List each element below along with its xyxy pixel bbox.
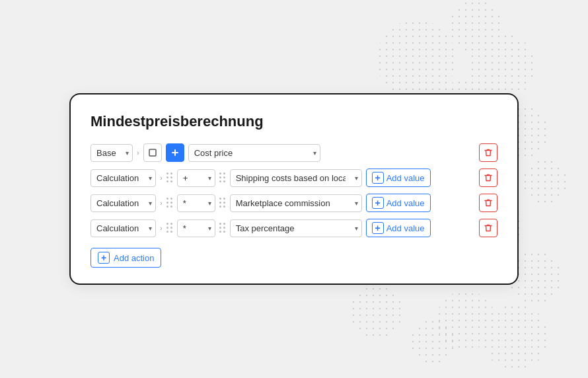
main-card: Mindestpreisberechnung Base ▾ › Cost pri… [69,93,519,285]
calc2-delete-button[interactable] [479,194,497,212]
base-icon-btn-square[interactable] [143,143,162,162]
calc3-type-select[interactable]: Calculation [91,219,156,237]
decorative-dots-4 [469,33,535,99]
base-type-wrapper: Base ▾ [91,144,133,162]
calc3-add-value-button[interactable]: + Add value [366,219,431,237]
calc2-drag-handle-2[interactable] [219,198,226,208]
calc-row-1: Calculation ▾ › + ▾ Shipping costs based… [91,169,497,187]
calc1-value-wrapper: Shipping costs based on location ▾ [230,169,362,187]
calc2-operator-select[interactable]: * [177,194,215,212]
calc2-operator-wrapper: * ▾ [177,194,215,212]
decorative-dots-10 [482,304,548,370]
calc1-add-value-label: Add value [386,173,425,183]
base-delete-button[interactable] [479,143,497,162]
calc3-type-wrapper: Calculation ▾ [91,219,156,237]
calc3-drag-handle[interactable] [166,223,173,233]
calc1-operator-select[interactable]: + [177,169,215,187]
calc2-add-value-plus-icon: + [372,197,384,209]
calc3-operator-wrapper: * ▾ [177,219,215,237]
svg-rect-0 [149,149,156,156]
calc1-type-wrapper: Calculation ▾ [91,169,156,187]
decorative-dots-6 [522,159,568,205]
base-value-wrapper: Cost price ▾ [188,144,320,162]
calc-row-3: Calculation ▾ › * ▾ Tax percentage ▾ [91,219,497,237]
calc3-value-select[interactable]: Tax percentage [230,219,362,237]
calc3-delete-button[interactable] [479,219,497,237]
calc3-chevron: › [160,224,163,232]
add-action-plus-icon: + [98,252,110,264]
page-title: Mindestpreisberechnung [91,113,497,130]
add-action-label: Add action [114,253,154,263]
calc1-operator-wrapper: + ▾ [177,169,215,187]
calc-row-2: Calculation ▾ › * ▾ Marketplace commissi… [91,194,497,212]
calc2-value-wrapper: Marketplace commission ▾ [230,194,362,212]
calc2-type-select[interactable]: Calculation [91,194,156,212]
calc1-delete-button[interactable] [479,169,497,187]
calc2-value-select[interactable]: Marketplace commission [230,194,362,212]
base-icon-btn-plus[interactable] [166,143,184,162]
calc2-chevron: › [160,199,163,207]
calc1-add-value-plus-icon: + [372,172,384,184]
base-row-chevron: › [137,149,139,157]
calc3-drag-handle-2[interactable] [219,223,226,233]
calc2-type-wrapper: Calculation ▾ [91,194,156,212]
calc2-add-value-label: Add value [386,198,425,208]
calc1-type-select[interactable]: Calculation [91,169,156,187]
calc1-drag-handle-2[interactable] [219,172,226,183]
calc1-value-select[interactable]: Shipping costs based on location [230,169,362,187]
calc3-value-wrapper: Tax percentage ▾ [230,219,362,237]
decorative-dots-12 [350,285,403,338]
base-row: Base ▾ › Cost price ▾ [91,143,497,162]
calc1-add-value-button[interactable]: + Add value [366,169,431,187]
calc1-drag-handle[interactable] [166,172,173,183]
base-value-select[interactable]: Cost price [188,144,320,162]
add-action-button[interactable]: + Add action [91,248,161,268]
calc3-add-value-plus-icon: + [372,222,384,234]
calc2-drag-handle[interactable] [166,198,173,208]
decorative-dots-1 [377,20,456,99]
calc2-add-value-button[interactable]: + Add value [366,194,431,212]
calc1-chevron: › [160,174,163,182]
calc3-operator-select[interactable]: * [177,219,215,237]
calc3-add-value-label: Add value [386,223,425,233]
decorative-dots-11 [410,319,456,365]
base-type-select[interactable]: Base [91,144,133,162]
